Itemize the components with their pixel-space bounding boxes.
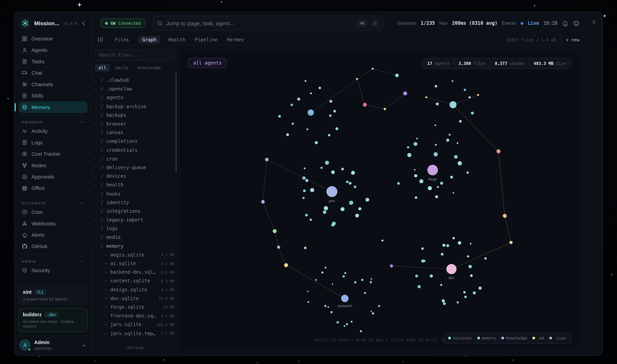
sidebar-item-approvals[interactable]: Approvals bbox=[19, 171, 87, 182]
graph-satellite-node[interactable] bbox=[297, 98, 300, 101]
graph-satellite-node[interactable] bbox=[343, 325, 345, 327]
graph-satellite-node[interactable] bbox=[407, 153, 411, 157]
graph-satellite-node[interactable] bbox=[457, 301, 459, 303]
graph-accent-node-a5[interactable] bbox=[363, 103, 367, 107]
graph-satellite-node[interactable] bbox=[333, 110, 336, 112]
graph-satellite-node[interactable] bbox=[370, 311, 372, 312]
graph-satellite-node[interactable] bbox=[330, 311, 333, 313]
graph-satellite-node[interactable] bbox=[440, 182, 443, 185]
graph-satellite-node[interactable] bbox=[437, 186, 439, 188]
global-search-input[interactable]: Jump to page, task, agent... ⌘K / bbox=[153, 16, 383, 31]
folder-row-logs[interactable]: ▸ / logs bbox=[95, 224, 174, 233]
graph-satellite-node[interactable] bbox=[364, 292, 366, 294]
graph-satellite-node[interactable] bbox=[307, 301, 309, 303]
graph-satellite-node[interactable] bbox=[407, 146, 409, 148]
graph-accent-node-a17[interactable] bbox=[304, 247, 306, 249]
new-file-button[interactable]: + new bbox=[566, 37, 579, 42]
graph-satellite-node[interactable] bbox=[435, 144, 437, 146]
sidebar-collapse-button[interactable] bbox=[81, 20, 87, 26]
graph-satellite-node[interactable] bbox=[484, 257, 487, 260]
graph-satellite-node[interactable] bbox=[415, 274, 418, 277]
file-row-content-sqlite[interactable]: ~ content.sqlite 6.3 MB bbox=[95, 277, 174, 285]
folder-row-legacy-import[interactable]: ▸ / legacy-import bbox=[95, 215, 174, 224]
graph-satellite-node[interactable] bbox=[329, 100, 332, 103]
folder-row-hooks[interactable]: ▸ / hooks bbox=[95, 189, 174, 198]
section-header-automate[interactable]: AUTOMATE bbox=[19, 199, 87, 207]
agent-file-graph[interactable]: forgejarvdevresearch bbox=[180, 50, 580, 350]
graph-satellite-node[interactable] bbox=[415, 196, 417, 199]
folder-row-cron[interactable]: ▸ / cron bbox=[95, 155, 174, 163]
graph-satellite-node[interactable] bbox=[372, 312, 374, 314]
refresh-button[interactable]: refresh bbox=[95, 343, 174, 351]
folder-row-media[interactable]: ▸ / media bbox=[95, 233, 174, 242]
graph-satellite-node[interactable] bbox=[470, 274, 473, 277]
graph-hub-jarv[interactable] bbox=[326, 186, 337, 197]
graph-satellite-node[interactable] bbox=[332, 172, 334, 174]
sidebar-item-channels[interactable]: Channels bbox=[19, 79, 87, 90]
graph-accent-node-a11[interactable] bbox=[510, 241, 512, 244]
graph-hub-hub-nw[interactable] bbox=[308, 109, 314, 116]
sidebar-item-webhooks[interactable]: Webhooks bbox=[19, 218, 87, 229]
folder-row-delivery-queue[interactable]: ▸ / delivery-queue bbox=[95, 163, 174, 172]
graph-satellite-node[interactable] bbox=[337, 321, 339, 324]
graph-satellite-node[interactable] bbox=[321, 272, 323, 273]
graph-satellite-node[interactable] bbox=[419, 179, 423, 183]
graph-satellite-node[interactable] bbox=[464, 296, 467, 298]
graph-hub-research[interactable] bbox=[341, 295, 349, 302]
graph-satellite-node[interactable] bbox=[457, 142, 458, 144]
graph-satellite-node[interactable] bbox=[344, 272, 346, 274]
file-row-ai-sqlite[interactable]: ~ ai.sqlite 4.2 MB bbox=[95, 259, 174, 268]
folder-row-backups[interactable]: ▸ / backups bbox=[95, 111, 174, 119]
graph-satellite-node[interactable] bbox=[310, 219, 312, 221]
folder-row-memory[interactable]: ▾ / memory bbox=[95, 242, 174, 250]
graph-accent-node-a15[interactable] bbox=[277, 246, 280, 249]
graph-satellite-node[interactable] bbox=[418, 285, 421, 288]
graph-satellite-node[interactable] bbox=[473, 291, 476, 294]
tab-graph[interactable]: Graph bbox=[138, 36, 161, 43]
section-header-admin[interactable]: ADMIN bbox=[19, 257, 87, 265]
graph-satellite-node[interactable] bbox=[458, 161, 462, 166]
sidebar-item-cron[interactable]: Cron bbox=[19, 207, 87, 218]
agents-filter-badge[interactable]: all agents bbox=[188, 58, 227, 68]
graph-satellite-node[interactable] bbox=[360, 330, 362, 332]
file-row-design-sqlite[interactable]: ~ design.sqlite 4.2 MB bbox=[95, 285, 174, 294]
graph-satellite-node[interactable] bbox=[453, 192, 454, 194]
folder-row-health[interactable]: ▸ / health bbox=[95, 181, 174, 189]
folder-row-completions[interactable]: ▸ / completions bbox=[95, 137, 174, 146]
graph-satellite-node[interactable] bbox=[443, 302, 446, 305]
file-row-jarv-sqlite-tmp-[interactable]: ~ jarv.sqlite.tmp… 7.1 MB bbox=[95, 329, 174, 338]
file-row-aegis-sqlite[interactable]: ~ aegis.sqlite 4.2 MB bbox=[95, 250, 174, 259]
sidebar-item-github[interactable]: GitHub bbox=[19, 241, 87, 252]
layout-columns-icon[interactable] bbox=[98, 38, 102, 42]
graph-accent-node-a8[interactable] bbox=[477, 94, 479, 96]
file-row-dev-sqlite[interactable]: ~ dev.sqlite 22.9 MB bbox=[95, 294, 174, 303]
graph-satellite-node[interactable] bbox=[413, 142, 417, 146]
sidebar-item-nodes[interactable]: Nodes bbox=[19, 160, 87, 171]
graph-satellite-node[interactable] bbox=[324, 206, 328, 210]
graph-satellite-node[interactable] bbox=[302, 197, 305, 199]
graph-satellite-node[interactable] bbox=[370, 281, 372, 283]
graph-accent-node-a13[interactable] bbox=[261, 200, 265, 204]
tab-pipeline[interactable]: Pipeline bbox=[195, 37, 217, 42]
graph-satellite-node[interactable] bbox=[321, 167, 323, 169]
graph-satellite-node[interactable] bbox=[342, 275, 345, 278]
graph-satellite-node[interactable] bbox=[354, 281, 356, 284]
graph-satellite-node[interactable] bbox=[349, 201, 353, 205]
sidebar-item-office[interactable]: Office bbox=[19, 182, 87, 194]
graph-accent-node-a19[interactable] bbox=[381, 239, 383, 241]
filter-chip-knowledge[interactable]: knowledge bbox=[134, 64, 164, 72]
graph-accent-node-a9[interactable] bbox=[497, 149, 500, 153]
folder-row-devices[interactable]: ▸ / devices bbox=[95, 172, 174, 181]
graph-satellite-node[interactable] bbox=[421, 247, 424, 250]
graph-accent-node-a6[interactable] bbox=[383, 108, 386, 110]
graph-accent-node-a2[interactable] bbox=[395, 74, 399, 77]
graph-hub-dev[interactable] bbox=[446, 264, 457, 274]
graph-satellite-node[interactable] bbox=[468, 96, 471, 98]
file-tree-scrollbar[interactable] bbox=[175, 72, 177, 173]
tab-hermes[interactable]: Hermes bbox=[227, 37, 244, 42]
graph-satellite-node[interactable] bbox=[358, 207, 361, 210]
graph-accent-node-a12[interactable] bbox=[265, 158, 269, 161]
graph-satellite-node[interactable] bbox=[434, 85, 437, 87]
graph-satellite-node[interactable] bbox=[349, 182, 352, 184]
graph-satellite-node[interactable] bbox=[346, 323, 348, 325]
